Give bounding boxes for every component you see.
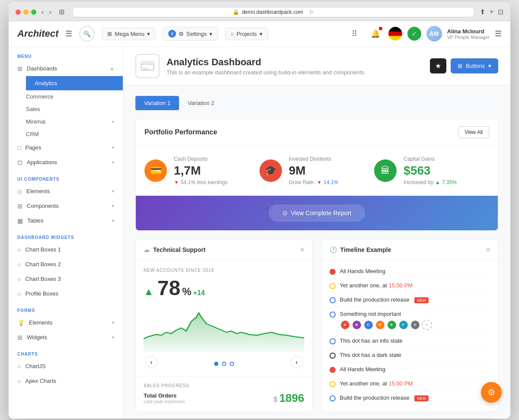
- sidebar-item-analytics[interactable]: Analytics: [26, 76, 123, 90]
- percent-sign: %: [182, 286, 191, 298]
- tl-dot-blue: [330, 297, 336, 303]
- tl-dot-blue: [330, 312, 336, 318]
- sidebar-item-commerce[interactable]: Commerce: [26, 90, 123, 103]
- sidebar-item-sales[interactable]: Sales: [26, 103, 123, 115]
- variation-2-tab[interactable]: Variation 2: [179, 96, 223, 110]
- options-button[interactable]: ☰: [495, 29, 502, 38]
- tl-avatar: B: [352, 320, 362, 330]
- sidebar-item-form-elements[interactable]: 💡 Elements ▾: [9, 315, 123, 330]
- projects-label: Projects: [237, 31, 257, 37]
- tl-dot-red: [330, 367, 336, 373]
- technical-support-menu[interactable]: ≡: [300, 246, 304, 254]
- back-button[interactable]: ‹: [42, 8, 44, 16]
- sidebar-item-chart-boxes-3[interactable]: ○ Chart Boxes 3: [9, 272, 123, 286]
- chart-boxes-3-label: Chart Boxes 3: [25, 276, 114, 282]
- components-label: Components: [27, 203, 108, 209]
- search-button[interactable]: 🔍: [79, 26, 95, 41]
- capital-gains-label: Capital Gains: [404, 156, 457, 162]
- view-all-button[interactable]: View All: [458, 126, 489, 138]
- sidebar-item-components[interactable]: ⊞ Components ▾: [9, 199, 123, 213]
- buttons-dropdown[interactable]: ⊞ Buttons ▾: [451, 58, 498, 73]
- sidebar-item-crm[interactable]: CRM: [26, 128, 123, 140]
- flag-de[interactable]: [388, 27, 402, 41]
- projects-icon: ○: [231, 31, 234, 37]
- report-icon: ⊙: [282, 210, 288, 216]
- timeline-item: All Hands Meeting: [330, 264, 490, 279]
- user-info: Alina Mclourd VP People Manager: [447, 28, 490, 40]
- sales-info: Total Orders Last year expenses: [144, 392, 185, 404]
- pages-icon: □: [17, 144, 21, 151]
- analytics-label: Analytics: [35, 80, 114, 86]
- page-header: Analytics Dashboard This is an example d…: [123, 47, 510, 86]
- page-icon-box: [135, 54, 160, 78]
- favorite-button[interactable]: ★: [430, 58, 446, 73]
- form-elements-chevron: ▾: [112, 320, 114, 325]
- notifications-button[interactable]: 🔔: [368, 26, 383, 41]
- sidebar-item-tables[interactable]: ▦ Tables ▾: [9, 213, 123, 228]
- page-title: Analytics Dashboard: [167, 57, 430, 68]
- timeline-menu[interactable]: ≡: [486, 246, 490, 254]
- projects-button[interactable]: ○ Projects ▾: [225, 28, 268, 40]
- portfolio-card: Portfolio Performance View All 💳 Cash De…: [135, 119, 498, 231]
- sidebar-item-dashboards[interactable]: ⊞ Dashboards ▲: [9, 61, 123, 76]
- add-avatar-button[interactable]: +: [422, 320, 432, 330]
- view-complete-report-button[interactable]: ⊙ View Complete Report: [269, 204, 365, 222]
- content-area: Variation 1 Variation 2 Portfolio Perfor…: [123, 86, 510, 419]
- sidebar-item-chart-boxes-1[interactable]: ○ Chart Boxes 1: [9, 242, 123, 257]
- pages-label: Pages: [25, 144, 108, 151]
- timeline-item: This dot has a dark state: [330, 348, 490, 363]
- widgets-icon: ⊞: [17, 334, 22, 341]
- apps-grid-button[interactable]: ⠿: [347, 26, 362, 41]
- url-bar[interactable]: 🔒 demo.dashboardpack.com ↻: [72, 7, 474, 17]
- forward-button[interactable]: ›: [49, 8, 51, 16]
- elements-chevron: ▾: [112, 189, 114, 194]
- variation-1-tab[interactable]: Variation 1: [135, 96, 179, 110]
- tl-avatar: D: [375, 320, 385, 330]
- time-highlight: 15:00 PM: [389, 380, 413, 387]
- chartjs-label: ChartJS: [25, 363, 114, 369]
- technical-support-title: ☁ Technical Support: [144, 246, 205, 253]
- settings-button[interactable]: 4 ⚙ Settings ▾: [163, 27, 218, 41]
- timeline-item: Yet another one, at 15:00 PM: [330, 279, 490, 293]
- sidebar-item-chart-boxes-2[interactable]: ○ Chart Boxes 2: [9, 257, 123, 272]
- invested-dividents-icon: 🎓: [260, 159, 282, 182]
- settings-fab-button[interactable]: ⚙: [481, 382, 502, 403]
- sidebar-item-pages[interactable]: □ Pages ▾: [9, 140, 123, 155]
- avatar[interactable]: AM: [426, 26, 442, 41]
- technical-support-body: NEW ACCOUNTS SINCE 2018 ▲ 78 % +14: [136, 260, 312, 376]
- tl-avatar: A: [340, 320, 350, 330]
- form-elements-icon: 💡: [17, 319, 25, 326]
- sidebar-item-apex-charts[interactable]: ○ Apex Charts: [9, 374, 123, 388]
- sidebar-item-applications[interactable]: ⊡ Applications ▾: [9, 155, 123, 170]
- top-nav: Architect ☰ 🔍 ⊞ Mega Menu ▾ 4 ⚙ Settings…: [9, 21, 510, 47]
- nav-right: ⠿ 🔔 ✓ AM Alina Mclourd VP People Manager: [347, 26, 502, 41]
- notif-badge: [379, 27, 382, 30]
- cash-deposits-footer: ▼ 54.1% less earnings: [174, 179, 227, 185]
- tab-icon: ⊞: [57, 8, 67, 16]
- timeline-item: Build the production release NEW: [330, 391, 490, 405]
- sidebar-item-elements[interactable]: ◇ Elements ▾: [9, 184, 123, 199]
- sidebar-item-profile-boxes[interactable]: ○ Profile Boxes: [9, 286, 123, 301]
- grow-rate-trend-icon: ▼: [317, 179, 322, 185]
- sidebar-item-widgets[interactable]: ⊞ Widgets ▾: [9, 330, 123, 345]
- cash-deposits-info: Cash Deposits 1,7M ▼ 54.1% less earnings: [174, 156, 227, 185]
- mega-menu-button[interactable]: ⊞ Mega Menu ▾: [102, 28, 156, 40]
- prev-button[interactable]: ‹: [145, 356, 157, 368]
- new-badge-2: NEW: [414, 395, 429, 401]
- trend-up-icon: ▲: [435, 179, 440, 185]
- widget-header-technical: ☁ Technical Support ≡: [136, 240, 312, 260]
- chart-value-row: ▲ 78 % +14: [144, 276, 304, 300]
- trend-down-icon: ▼: [174, 179, 179, 185]
- tables-chevron: ▾: [112, 218, 114, 223]
- tl-title: All Hands Meeting: [340, 366, 490, 372]
- settings-badge: 4: [168, 30, 176, 38]
- tl-content: Yet another one, at 15:00 PM: [340, 282, 490, 289]
- sidebar-item-chartjs[interactable]: ○ ChartJS: [9, 359, 123, 374]
- sidebar-item-minimal[interactable]: Minimal▾: [26, 115, 123, 128]
- dashboards-submenu: Analytics Commerce Sales Minimal▾ CRM: [9, 76, 123, 140]
- tl-title: Build the production release NEW: [340, 395, 490, 401]
- hamburger-button[interactable]: ☰: [65, 29, 72, 38]
- stat-invested-dividends: 🎓 Invested Dividents 9M Grow Rate: ▼ 14.…: [260, 156, 375, 185]
- tl-title: This dot has a dark state: [340, 352, 490, 358]
- next-button[interactable]: ›: [291, 356, 303, 368]
